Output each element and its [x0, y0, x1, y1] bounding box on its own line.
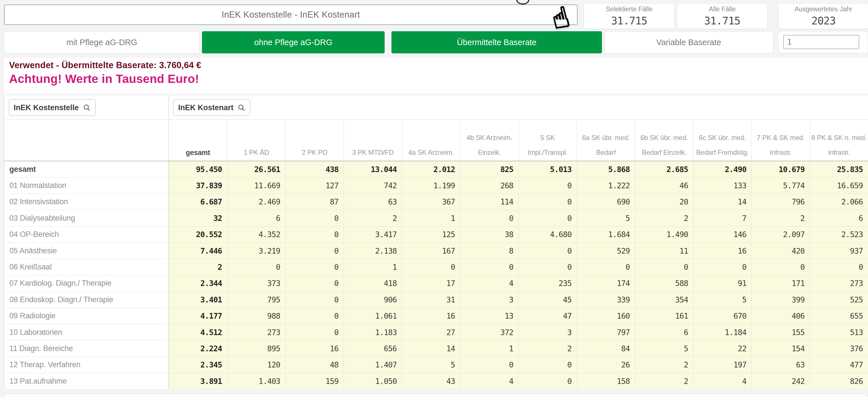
button-variable-baserate[interactable]: Variable Baserate	[604, 31, 773, 53]
column-header[interactable]: 4b SK Arzneim.Einzelk.	[460, 119, 518, 161]
data-cell: 5	[577, 210, 635, 226]
column-header[interactable]: 3 PK MTD/FD	[343, 119, 402, 161]
data-cell: 167	[402, 243, 460, 259]
search-chip-kostenstelle[interactable]: InEK Kostenstelle	[9, 100, 96, 116]
data-cell: 372	[460, 324, 518, 340]
table-row: 08 Endoskop. Diagn./ Therapie3.401795090…	[4, 292, 868, 308]
kpi-all-cases: Alle Fälle 31.715	[677, 3, 768, 29]
row-label[interactable]: 01 Normalstation	[4, 177, 169, 193]
search-chip-kostenart[interactable]: InEK Kostenart	[173, 100, 250, 116]
data-cell: 0	[519, 259, 577, 275]
data-cell: 1.061	[343, 308, 402, 324]
data-cell: 273	[227, 324, 285, 340]
data-cell: 16.659	[810, 177, 868, 193]
data-cell: 420	[751, 243, 810, 259]
data-cell: 48	[285, 357, 343, 373]
data-cell: 0	[285, 324, 343, 340]
data-cell: 438	[285, 161, 343, 177]
data-cell: 242	[751, 373, 810, 389]
data-cell: 0	[285, 259, 343, 275]
baserate-used-text: Verwendet - Übermittelte Baserate: 3.760…	[9, 60, 202, 70]
data-cell: 268	[460, 177, 518, 193]
row-label[interactable]: 03 Dialyseabteilung	[4, 210, 169, 226]
data-cell: 3.417	[343, 227, 402, 243]
data-cell: 2.490	[693, 161, 751, 177]
data-cell: 5	[635, 340, 693, 357]
column-header[interactable]: 4a SK Arzneim.	[402, 119, 460, 161]
baserate-factor-input[interactable]	[783, 35, 859, 49]
column-header[interactable]: 8 PK & SK n. med.Infrastr.	[810, 119, 868, 161]
data-cell: 4.512	[169, 324, 227, 340]
data-cell: 825	[460, 161, 518, 177]
data-cell: 114	[460, 194, 518, 210]
column-header[interactable]: 6a SK übr. med.Bedarf	[577, 119, 635, 161]
button-ohne-pflege-ag-drg[interactable]: ohne Pflege aG-DRG	[202, 31, 385, 53]
data-cell: 339	[577, 292, 635, 308]
column-header-line: Bedarf	[596, 149, 616, 156]
row-label[interactable]: 05 Anästhesie	[4, 243, 169, 259]
data-cell: 26.561	[227, 161, 285, 177]
table-row: gesamt95.45026.56143813.0442.0128255.013…	[4, 161, 868, 177]
row-label[interactable]: 08 Endoskop. Diagn./ Therapie	[4, 292, 169, 308]
row-label[interactable]: 02 Intensivstation	[4, 194, 169, 210]
row-label[interactable]: 11 Diagn. Bereiche	[4, 340, 169, 357]
baserate-factor-card	[778, 31, 868, 53]
column-header[interactable]: 6c SK übr. med.Bedarf Fremdlstg.	[693, 119, 751, 161]
data-cell: 418	[343, 276, 402, 291]
kpi-selected-cases: Selektierte Fälle 31.715	[584, 3, 675, 29]
column-header[interactable]: 1 PK ÄD	[227, 119, 285, 161]
data-cell: 795	[227, 292, 285, 308]
data-cell: 1	[402, 210, 460, 226]
data-cell: 3	[460, 292, 518, 308]
data-cell: 171	[751, 276, 810, 291]
data-cell: 17	[402, 276, 460, 291]
data-cell: 988	[227, 308, 285, 324]
data-cell: 1.050	[343, 373, 402, 389]
data-cell: 16	[693, 243, 751, 259]
row-label[interactable]: 06 Kreißsaal	[4, 259, 169, 275]
column-header-line: Impl./Transpl.	[528, 149, 568, 156]
data-cell: 906	[343, 292, 402, 308]
data-cell: 2.344	[169, 276, 227, 291]
search-chip-label: InEK Kostenstelle	[13, 103, 79, 112]
data-cell: 20	[635, 194, 693, 210]
data-cell: 16	[285, 340, 343, 357]
row-label[interactable]: 09 Radiologie	[4, 308, 169, 324]
data-cell: 2.097	[751, 227, 810, 243]
data-cell: 399	[751, 292, 810, 308]
column-header[interactable]: gesamt	[169, 119, 227, 161]
data-cell: 376	[810, 340, 868, 357]
data-cell: 1	[460, 340, 518, 357]
toolbar-notch	[516, 0, 529, 4]
sheet-title-dropdown[interactable]: InEK Kostenstelle - InEK Kostenart	[4, 4, 578, 25]
data-cell: 513	[810, 324, 868, 340]
row-label[interactable]: 10 Laboratorien	[4, 324, 169, 340]
data-cell: 690	[577, 194, 635, 210]
data-cell: 1.684	[577, 227, 635, 243]
column-header-line: 8 PK & SK n. med.	[811, 134, 867, 141]
column-header-line: Infrastr.	[770, 149, 792, 156]
column-header-line: Bedarf Einzelk.	[642, 149, 686, 156]
column-header[interactable]: 5 SKImpl./Transpl.	[519, 119, 577, 161]
column-header[interactable]: 7 PK & SK med.Infrastr.	[751, 119, 810, 161]
data-cell: 27	[402, 324, 460, 340]
column-header[interactable]: 6b SK übr. med.Bedarf Einzelk.	[635, 119, 693, 161]
data-cell: 0	[285, 227, 343, 243]
kpi-label: Selektierte Fälle	[606, 5, 653, 13]
data-cell: 0	[227, 259, 285, 275]
row-label[interactable]: gesamt	[4, 161, 169, 177]
button-uebermittelte-baserate[interactable]: Übermittelte Baserate	[392, 31, 602, 53]
button-mit-pflege-ag-drg[interactable]: mit Pflege aG-DRG	[4, 31, 200, 53]
column-header[interactable]: 2 PK PD	[285, 119, 343, 161]
data-cell: 2.012	[402, 161, 460, 177]
data-cell: 11.669	[227, 177, 285, 193]
row-label[interactable]: 04 OP-Bereich	[4, 227, 169, 243]
data-cell: 406	[751, 308, 810, 324]
data-cell: 742	[343, 177, 402, 193]
row-label[interactable]: 07 Kardiolog. Diagn./ Therapie	[4, 276, 169, 291]
row-label[interactable]: 12 Therap. Verfahren	[4, 357, 169, 373]
row-header-spacer	[4, 119, 169, 161]
row-label[interactable]: 13 Pat.aufnahme	[4, 373, 169, 389]
next-panel-top-edge	[4, 394, 867, 397]
data-cell: 0	[460, 357, 518, 373]
